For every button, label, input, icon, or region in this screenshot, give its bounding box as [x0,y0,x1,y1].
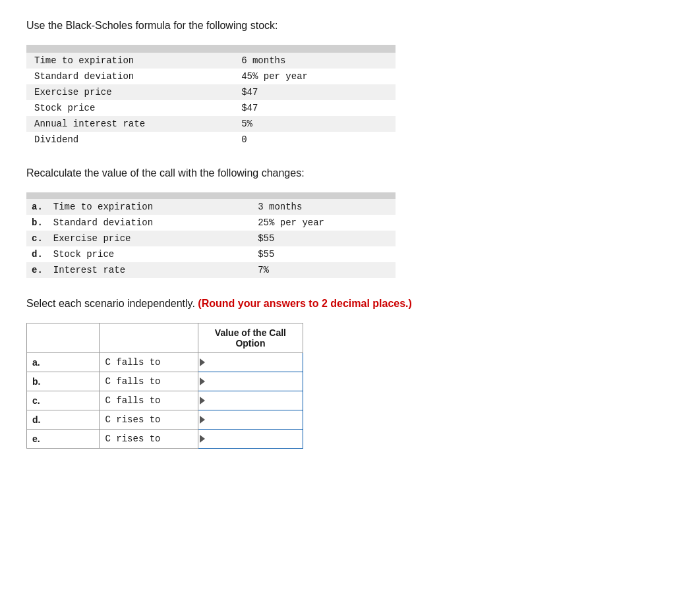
table-row: c. Exercise price $55 [26,231,396,246]
answer-input-cell[interactable] [198,353,303,372]
answer-letter: e. [27,430,100,449]
answer-letter: d. [27,410,100,430]
answer-table: Value of the Call Option a. C falls to b… [26,323,303,449]
change-label: Time to expiration [48,199,252,215]
table-row: d. Stock price $55 [26,246,396,262]
answer-input-cell[interactable] [198,391,303,410]
answer-row: c. C falls to [27,391,303,410]
change-letter: c. [26,231,48,246]
change-label: Interest rate [48,262,252,278]
param-label: Time to expiration [26,53,233,69]
changes-table: a. Time to expiration 3 months b. Standa… [26,192,396,278]
triangle-indicator [200,378,205,385]
param-label: Stock price [26,100,233,116]
answer-header-col1 [27,323,100,353]
select-highlight-text: (Round your answers to 2 decimal places.… [198,298,412,309]
answer-row: b. C falls to [27,372,303,391]
answer-row: d. C rises to [27,410,303,430]
answer-letter: c. [27,391,100,410]
param-value: 6 months [233,53,396,69]
change-value: $55 [252,231,396,246]
change-letter: e. [26,262,48,278]
table-row: Time to expiration 6 months [26,53,396,69]
change-value: 3 months [252,199,396,215]
change-letter: d. [26,246,48,262]
table-row: e. Interest rate 7% [26,262,396,278]
answer-row: e. C rises to [27,430,303,449]
answer-scenario-text: C rises to [100,430,198,449]
change-label: Exercise price [48,231,252,246]
answer-scenario-text: C falls to [100,372,198,391]
answer-header-col2 [100,323,198,353]
param-value: 5% [233,116,396,132]
table-row: Dividend 0 [26,132,396,148]
param-label: Dividend [26,132,233,148]
param-value: 45% per year [233,69,396,84]
table-header-spacer [26,45,233,53]
table-row: a. Time to expiration 3 months [26,199,396,215]
main-question: Use the Black-Scholes formula for the fo… [26,20,649,32]
recalculate-title: Recalculate the value of the call with t… [26,167,649,179]
change-label: Standard deviation [48,215,252,231]
table-header-value-spacer [233,45,396,53]
table-row: b. Standard deviation 25% per year [26,215,396,231]
triangle-indicator [200,435,205,443]
triangle-indicator [200,416,205,424]
answer-input-field-4[interactable] [208,410,303,429]
answer-input-field-5[interactable] [208,430,303,448]
triangle-indicator [200,358,205,366]
table-row: Stock price $47 [26,100,396,116]
answer-letter: b. [27,372,100,391]
answer-input-cell[interactable] [198,430,303,449]
answer-input-cell[interactable] [198,410,303,430]
change-letter: b. [26,215,48,231]
answer-input-field-2[interactable] [208,372,303,391]
select-normal-text: Select each scenario independently. [26,298,195,309]
param-label: Standard deviation [26,69,233,84]
table-row: Exercise price $47 [26,84,396,100]
change-letter: a. [26,199,48,215]
param-value: 0 [233,132,396,148]
answer-row: a. C falls to [27,353,303,372]
table-row: Standard deviation 45% per year [26,69,396,84]
param-value: $47 [233,100,396,116]
answer-input-cell[interactable] [198,372,303,391]
answer-input-field-1[interactable] [208,353,303,372]
change-value: 25% per year [252,215,396,231]
triangle-indicator [200,397,205,405]
stock-parameters-table: Time to expiration 6 months Standard dev… [26,45,396,148]
table-row: Annual interest rate 5% [26,116,396,132]
answer-scenario-text: C falls to [100,391,198,410]
changes-header-spacer [26,192,396,199]
change-value: $55 [252,246,396,262]
param-label: Annual interest rate [26,116,233,132]
select-scenario-text: Select each scenario independently. (Rou… [26,298,649,310]
change-label: Stock price [48,246,252,262]
answer-input-field-3[interactable] [208,391,303,410]
param-value: $47 [233,84,396,100]
answer-letter: a. [27,353,100,372]
answer-scenario-text: C falls to [100,353,198,372]
answer-scenario-text: C rises to [100,410,198,430]
param-label: Exercise price [26,84,233,100]
change-value: 7% [252,262,396,278]
answer-header-value: Value of the Call Option [198,323,303,353]
